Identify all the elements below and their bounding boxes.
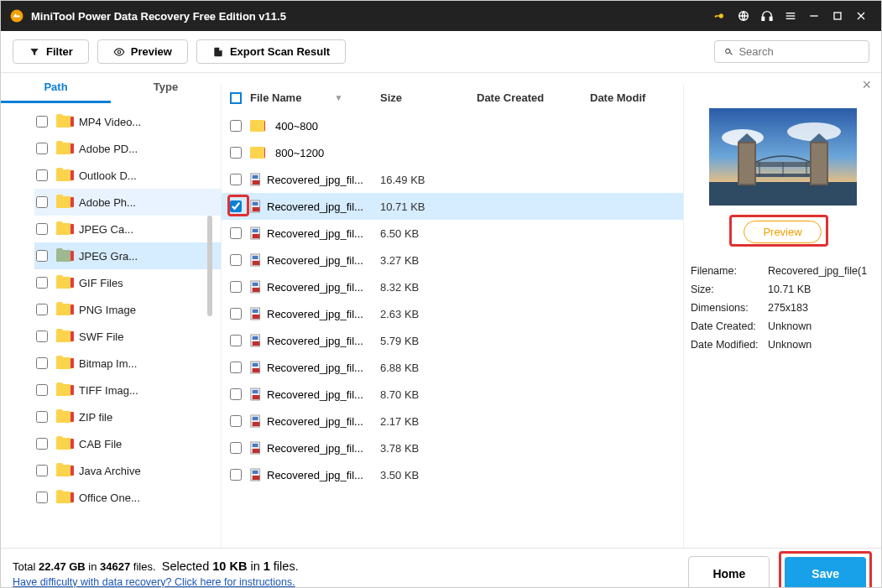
file-row[interactable]: Recovered_jpg_fil...5.79 KB xyxy=(222,327,683,354)
file-row[interactable]: 400~800 xyxy=(222,112,683,139)
file-checkbox[interactable] xyxy=(230,281,242,293)
export-button[interactable]: Export Scan Result xyxy=(196,39,346,64)
tree-item[interactable]: MP4 Video... xyxy=(34,108,221,135)
headset-icon[interactable] xyxy=(755,4,779,28)
tree-checkbox[interactable] xyxy=(36,411,48,423)
maximize-icon[interactable] xyxy=(826,4,849,28)
tree-item-label: Outlook D... xyxy=(79,169,180,182)
select-all-checkbox[interactable] xyxy=(230,92,242,104)
tree-item[interactable]: Office One... xyxy=(34,484,221,511)
folder-icon xyxy=(56,411,71,423)
svg-rect-33 xyxy=(253,363,258,367)
tree-checkbox[interactable] xyxy=(36,196,48,208)
tree-scrollbar[interactable] xyxy=(207,216,212,316)
tree-item[interactable]: Java Archive xyxy=(34,457,221,484)
tree-checkbox[interactable] xyxy=(36,169,48,181)
tree-checkbox[interactable] xyxy=(36,438,48,450)
footer: Total 22.47 GB in 34627 files. Selected … xyxy=(1,548,881,588)
tree-item[interactable]: Outlook D... xyxy=(34,162,221,189)
tree-item[interactable]: GIF Files xyxy=(34,269,221,296)
file-checkbox[interactable] xyxy=(230,227,242,239)
file-name: Recovered_jpg_fil... xyxy=(267,308,363,320)
tree-item[interactable]: SWF File xyxy=(34,323,221,350)
file-checkbox[interactable] xyxy=(230,388,242,400)
tree-checkbox[interactable] xyxy=(36,465,48,476)
file-row[interactable]: Recovered_jpg_fil...8.70 KB xyxy=(222,381,683,408)
globe-icon[interactable] xyxy=(732,4,755,28)
folder-icon xyxy=(56,304,71,315)
file-checkbox[interactable] xyxy=(230,442,242,454)
tree-checkbox[interactable] xyxy=(36,330,48,342)
folder-icon xyxy=(56,143,71,154)
file-row[interactable]: Recovered_jpg_fil...10.71 KB xyxy=(222,193,683,220)
file-checkbox[interactable] xyxy=(230,147,242,159)
svg-rect-24 xyxy=(253,283,258,286)
close-icon[interactable] xyxy=(849,4,873,28)
tree-checkbox[interactable] xyxy=(36,116,48,127)
col-modified[interactable]: Date Modif xyxy=(590,91,657,104)
tree-checkbox[interactable] xyxy=(36,250,48,262)
tree-item[interactable]: ›PNG Image xyxy=(34,296,221,323)
file-size: 6.88 KB xyxy=(380,362,477,374)
tree-checkbox[interactable] xyxy=(36,223,48,235)
minimize-icon[interactable] xyxy=(802,4,826,28)
tree-checkbox[interactable] xyxy=(36,143,48,154)
tab-path[interactable]: Path xyxy=(1,73,111,103)
file-row[interactable]: 800~1200 xyxy=(222,139,683,166)
search-input[interactable] xyxy=(738,45,860,58)
file-row[interactable]: Recovered_jpg_fil...3.27 KB xyxy=(222,247,683,273)
tree-item-label: GIF Files xyxy=(79,277,180,289)
tree-item[interactable]: ›JPEG Gra... xyxy=(34,242,221,269)
tree-item[interactable]: Adobe PD... xyxy=(34,135,221,162)
tab-type[interactable]: Type xyxy=(111,73,221,103)
tree-checkbox[interactable] xyxy=(36,357,48,369)
tree-item[interactable]: TIFF Imag... xyxy=(34,377,221,403)
file-checkbox[interactable] xyxy=(230,335,242,346)
tree-item[interactable]: Bitmap Im... xyxy=(34,350,221,377)
file-row[interactable]: Recovered_jpg_fil...8.32 KB xyxy=(222,273,683,300)
file-row[interactable]: Recovered_jpg_fil...2.63 KB xyxy=(222,300,683,327)
file-row[interactable]: Recovered_jpg_fil...16.49 KB xyxy=(222,166,683,193)
menu-icon[interactable] xyxy=(779,4,802,28)
file-row[interactable]: Recovered_jpg_fil...3.78 KB xyxy=(222,434,683,461)
preview-toolbar-button[interactable]: Preview xyxy=(97,39,188,64)
tree-checkbox[interactable] xyxy=(36,304,48,315)
filter-button[interactable]: Filter xyxy=(13,39,89,64)
file-row[interactable]: Recovered_jpg_fil...6.50 KB xyxy=(222,220,683,247)
file-checkbox[interactable] xyxy=(230,254,242,266)
file-checkbox[interactable] xyxy=(230,362,242,373)
file-size: 2.63 KB xyxy=(380,308,477,320)
folder-icon xyxy=(56,169,71,181)
home-button[interactable]: Home xyxy=(688,556,770,589)
tree-item[interactable]: CAB File xyxy=(34,430,221,457)
tree-item[interactable]: ZIP file xyxy=(34,403,221,430)
file-checkbox[interactable] xyxy=(230,200,242,212)
preview-button[interactable]: Preview xyxy=(744,221,821,243)
file-checkbox[interactable] xyxy=(230,174,242,185)
tree-item[interactable]: JPEG Ca... xyxy=(34,216,221,242)
file-row[interactable]: Recovered_jpg_fil...3.50 KB xyxy=(222,461,683,488)
meta-filename-value: Recovered_jpg_file(1 xyxy=(768,265,867,277)
file-row[interactable]: Recovered_jpg_fil...6.88 KB xyxy=(222,354,683,381)
tree-checkbox[interactable] xyxy=(36,277,48,289)
col-filename[interactable]: File Name▼ xyxy=(250,91,380,104)
col-size[interactable]: Size xyxy=(380,91,477,104)
close-preview-icon[interactable]: × xyxy=(862,76,871,94)
key-icon[interactable] xyxy=(708,4,732,28)
col-created[interactable]: Date Created xyxy=(477,91,590,104)
file-checkbox[interactable] xyxy=(230,469,242,481)
svg-rect-7 xyxy=(810,15,817,16)
file-row[interactable]: Recovered_jpg_fil...2.17 KB xyxy=(222,408,683,434)
preview-panel: × Preview Filename:Recovered_jpg_file(1 xyxy=(684,73,881,548)
svg-rect-32 xyxy=(253,368,260,372)
help-link[interactable]: Have difficulty with data recovery? Clic… xyxy=(13,576,295,588)
file-checkbox[interactable] xyxy=(230,415,242,427)
tree-item-label: PNG Image xyxy=(79,304,180,316)
file-checkbox[interactable] xyxy=(230,308,242,320)
tree-checkbox[interactable] xyxy=(36,492,48,503)
file-checkbox[interactable] xyxy=(230,120,242,132)
save-button[interactable]: Save xyxy=(785,557,866,589)
tree-checkbox[interactable] xyxy=(36,384,48,396)
tree-item[interactable]: Adobe Ph... xyxy=(34,189,221,216)
search-input-wrapper[interactable] xyxy=(714,40,869,63)
